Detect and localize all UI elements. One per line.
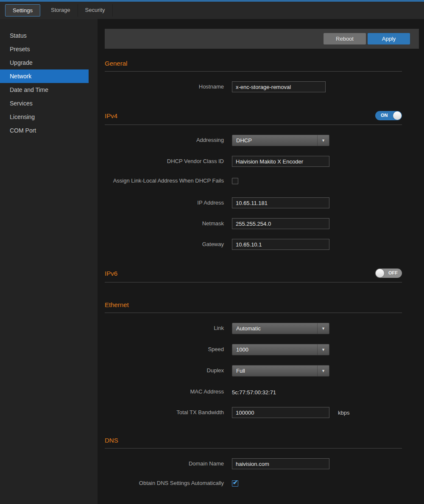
tab-storage[interactable]: Storage [44,4,78,17]
assign-link-local-checkbox[interactable] [232,178,238,184]
domain-name-input[interactable] [232,458,329,469]
duplex-label: Duplex [105,366,224,375]
obtain-dns-settings-label: Obtain DNS Settings Automatically [105,479,224,487]
sidebar-item-services[interactable]: Services [0,97,98,110]
ipv6-toggle[interactable]: OFF [375,269,402,278]
sidebar-item-presets[interactable]: Presets [0,42,98,56]
link-dropdown-value: Automatic [236,325,261,332]
speed-dropdown-value: 1000 [236,346,248,353]
hostname-label: Hostname [105,83,224,91]
section-general: General Hostname [105,60,402,92]
section-title-ipv4: IPv4 [105,112,117,119]
chevron-down-icon: ▾ [317,135,329,146]
sidebar: Status Presets Upgrade Network Date and … [0,19,98,504]
section-title-ipv6: IPv6 [105,270,117,277]
apply-button[interactable]: Apply [368,33,410,44]
section-title-general: General [105,60,127,67]
netmask-label: Netmask [105,219,224,228]
gateway-input[interactable] [232,239,329,250]
ipv4-toggle[interactable]: ON [375,111,402,120]
reboot-button[interactable]: Reboot [324,33,366,44]
ip-address-input[interactable] [232,197,329,208]
toggle-knob-icon [376,269,384,277]
section-title-ethernet: Ethernet [105,301,129,308]
addressing-dropdown[interactable]: DHCP ▾ [232,135,329,146]
link-dropdown[interactable]: Automatic ▾ [232,323,329,334]
tab-settings[interactable]: Settings [5,4,40,17]
ip-address-label: IP Address [105,199,224,207]
link-label: Link [105,324,224,332]
speed-dropdown[interactable]: 1000 ▾ [232,344,329,355]
chevron-down-icon: ▾ [317,323,329,334]
gateway-label: Gateway [105,240,224,249]
total-tx-bandwidth-input[interactable] [232,407,329,418]
section-dns: DNS Domain Name Obtain DNS Settings Auto… [105,437,402,490]
sidebar-item-network[interactable]: Network [0,69,89,83]
hostname-input[interactable] [232,81,326,92]
duplex-dropdown[interactable]: Full ▾ [232,365,329,377]
section-title-dns: DNS [105,437,118,444]
dhcp-vendor-class-id-label: DHCP Vendor Class ID [105,157,224,166]
duplex-dropdown-value: Full [236,368,245,374]
sidebar-item-status[interactable]: Status [0,29,98,42]
ipv6-toggle-label: OFF [388,270,398,275]
addressing-dropdown-value: DHCP [236,137,252,144]
section-ipv4: IPv4 ON Addressing DHCP ▾ DHCP Vendor Cl… [105,111,402,250]
bandwidth-unit-label: kbps [338,410,349,416]
sidebar-item-licensing[interactable]: Licensing [0,110,98,124]
mac-address-value: 5c:77:57:00:32:71 [232,388,276,396]
ipv4-toggle-label: ON [381,113,388,118]
netmask-input[interactable] [232,218,329,229]
total-tx-bandwidth-label: Total TX Bandwidth [105,408,224,417]
section-ethernet: Ethernet Link Automatic ▾ Speed 1000 ▾ D… [105,301,402,418]
action-toolbar: Reboot Apply [105,29,419,49]
check-icon: ✔ [233,479,238,486]
addressing-label: Addressing [105,136,224,144]
speed-label: Speed [105,345,224,354]
tab-security[interactable]: Security [78,4,113,17]
sidebar-item-upgrade[interactable]: Upgrade [0,56,98,69]
dhcp-vendor-class-id-input[interactable] [232,156,329,167]
assign-link-local-label: Assign Link-Local Address When DHCP Fail… [105,177,224,185]
sidebar-item-com-port[interactable]: COM Port [0,124,98,137]
mac-address-label: MAC Address [105,388,224,396]
sidebar-item-date-and-time[interactable]: Date and Time [0,83,98,97]
chevron-down-icon: ▾ [317,344,329,355]
toggle-knob-icon [393,111,402,120]
chevron-down-icon: ▾ [317,366,329,376]
obtain-dns-settings-checkbox[interactable]: ✔ [232,480,238,487]
main-content: Reboot Apply General Hostname IPv4 ON [98,19,424,504]
domain-name-label: Domain Name [105,460,224,468]
section-ipv6: IPv6 OFF [105,269,402,282]
top-navigation: Settings Storage Security [0,0,424,19]
